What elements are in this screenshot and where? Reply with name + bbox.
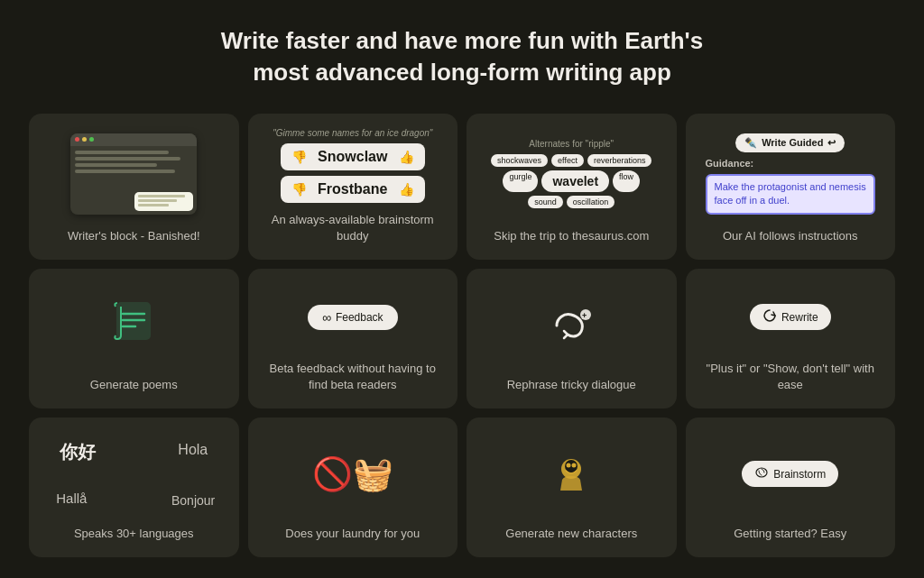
mockup-subcard <box>134 192 193 211</box>
brainstorm-pill: Brainstorm <box>742 461 838 487</box>
writers-block-visual <box>43 128 225 219</box>
lang-hola: Hola <box>178 442 208 458</box>
card-label: Our AI follows instructions <box>723 228 858 244</box>
brainstorm-prompt: "Gimme some names for an ice dragon" <box>273 128 432 138</box>
brainstorm-visual: "Gimme some names for an ice dragon" 👎 S… <box>263 128 444 203</box>
infinity-icon: ∞ <box>322 310 330 325</box>
thesaurus-visual: Alternates for "ripple" shockwaves effec… <box>481 128 662 219</box>
languages-card: 你好 Hola Hallå Bonjour Speaks 30+ languag… <box>29 417 239 557</box>
pen-icon: ✒️ <box>744 137 757 149</box>
word-chip: flow <box>613 170 640 192</box>
dot-red <box>75 137 79 142</box>
name-chip-snowclaw: 👎 Snowclaw 👍 <box>281 143 425 170</box>
card-label: Generate new characters <box>505 526 637 542</box>
badge-label: Write Guided <box>762 137 823 148</box>
rewrite-pill: Rewrite <box>750 304 831 330</box>
guidance-label: Guidance: <box>706 158 754 169</box>
thesaurus-card: Alternates for "ripple" shockwaves effec… <box>467 114 677 259</box>
characters-card: Generate new characters <box>467 417 677 557</box>
thumb-up: 👍 <box>399 150 414 164</box>
feedback-visual: ∞ Feedback <box>263 283 444 353</box>
dot-yellow <box>82 137 87 142</box>
characters-visual <box>481 432 662 518</box>
word-chip: sound <box>528 196 563 208</box>
lang-halla: Hallå <box>56 491 87 506</box>
rewrite-visual: Rewrite <box>700 283 882 353</box>
mockup-line <box>75 170 175 173</box>
lang-bonjour: Bonjour <box>171 493 215 508</box>
card-label: Writer's block - Banished! <box>68 228 200 244</box>
character-icon <box>548 451 595 498</box>
brainstorm-visual: Brainstorm <box>700 432 882 518</box>
name-frostbane: Frostbane <box>318 181 387 197</box>
thumb-down: 👎 <box>291 150 307 164</box>
word-chips: shockwaves effect reverberations gurgle … <box>485 154 657 208</box>
card-label: Skip the trip to thesaurus.com <box>494 228 649 244</box>
ai-visual: ✒️ Write Guided ↩ Guidance: Make the pro… <box>700 128 882 219</box>
card-label: Speaks 30+ languages <box>74 526 194 542</box>
rewrite-label: Rewrite <box>781 311 818 324</box>
mockup-line <box>75 157 180 161</box>
rewrite-card: Rewrite "Plus it" or "Show, don't tell" … <box>686 269 896 408</box>
brain-icon <box>754 465 769 482</box>
name-snowclaw: Snowclaw <box>318 149 387 165</box>
svg-point-8 <box>567 463 571 467</box>
lang-chinese: 你好 <box>60 440 96 464</box>
mockup-window <box>70 133 197 215</box>
ai-rewrite-icon <box>762 308 777 326</box>
thumb-down-2: 👎 <box>291 182 307 197</box>
rephrase-card: + Rephrase tricky dialogue <box>467 269 677 408</box>
beta-feedback-card: ∞ Feedback Beta feedback without having … <box>248 269 458 408</box>
scroll-icon <box>110 299 157 351</box>
svg-point-9 <box>572 463 577 467</box>
mockup-content <box>70 146 197 180</box>
word-chip: shockwaves <box>491 154 548 167</box>
word-chip: gurgle <box>503 170 538 192</box>
card-label: Generate poems <box>90 377 178 393</box>
word-chip: oscillation <box>567 196 615 208</box>
arrow-icon: ↩ <box>827 137 836 149</box>
mockup-line <box>75 151 169 154</box>
feedback-label: Feedback <box>336 311 383 324</box>
page-title: Write faster and have more fun with Eart… <box>29 25 895 88</box>
card-label: Beta feedback without having to find bet… <box>263 361 444 393</box>
name-chip-frostbane: 👎 Frostbane 👍 <box>281 176 425 203</box>
word-chip: effect <box>551 154 584 167</box>
rephrase-visual: + <box>481 283 662 369</box>
subcard-line <box>138 204 169 206</box>
subcard-line <box>138 199 177 202</box>
headline: Write faster and have more fun with Eart… <box>29 25 895 88</box>
brainstorm-label: Brainstorm <box>773 468 826 481</box>
poems-card: Generate poems <box>29 269 239 408</box>
brainstorm-buddy-card: "Gimme some names for an ice dragon" 👎 S… <box>248 114 458 259</box>
laundry-emoji: 🚫🧺 <box>312 455 393 493</box>
feature-grid: Writer's block - Banished! "Gimme some n… <box>29 114 895 556</box>
card-label: An always-available brainstorm buddy <box>263 212 444 244</box>
word-chip: reverberations <box>587 154 652 167</box>
mockup-titlebar <box>70 133 197 146</box>
rephrase-icon: + <box>548 306 595 345</box>
card-label: "Plus it" or "Show, don't tell" with eas… <box>700 361 882 393</box>
laundry-card: 🚫🧺 Does your laundry for you <box>248 417 458 557</box>
card-label: Does your laundry for you <box>285 526 420 542</box>
write-guided-badge: ✒️ Write Guided ↩ <box>735 133 845 152</box>
guidance-text: Make the protagonist and nemesis face of… <box>706 174 876 215</box>
ai-instructions-card: ✒️ Write Guided ↩ Guidance: Make the pro… <box>686 114 896 259</box>
subcard-line <box>138 195 184 197</box>
svg-text:+: + <box>582 311 587 320</box>
thumb-up-2: 👍 <box>399 182 414 197</box>
thesaurus-title: Alternates for "ripple" <box>529 139 614 149</box>
card-label: Getting started? Easy <box>734 526 846 542</box>
laundry-visual: 🚫🧺 <box>263 432 444 518</box>
getting-started-card: Brainstorm Getting started? Easy <box>686 417 896 557</box>
dot-green <box>89 137 94 142</box>
poems-visual <box>43 283 225 369</box>
mockup-line <box>75 163 157 167</box>
languages-visual: 你好 Hola Hallå Bonjour <box>43 432 225 518</box>
word-chip-wavelet: wavelet <box>541 170 609 192</box>
page-wrapper: Write faster and have more fun with Eart… <box>0 0 924 575</box>
writers-block-card: Writer's block - Banished! <box>29 114 239 259</box>
languages-container: 你好 Hola Hallå Bonjour <box>52 440 215 508</box>
card-label: Rephrase tricky dialogue <box>507 377 636 393</box>
feedback-pill: ∞ Feedback <box>308 305 398 330</box>
